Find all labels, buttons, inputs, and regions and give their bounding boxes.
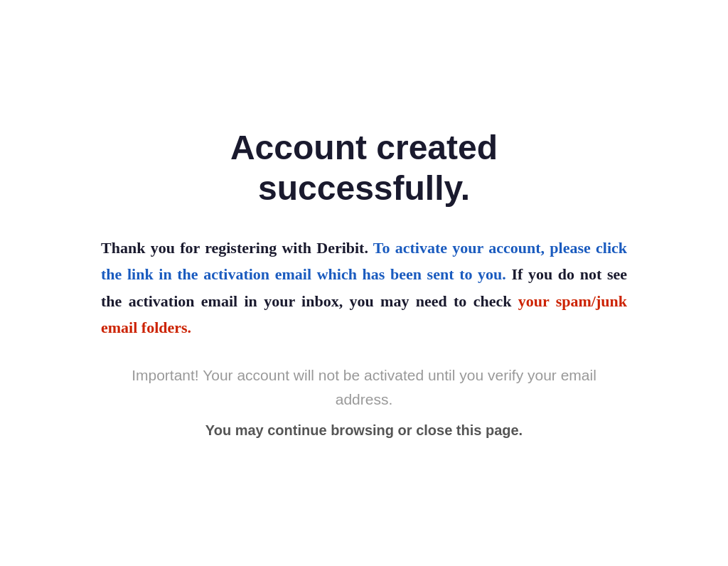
- title-line1: Account created: [230, 129, 498, 166]
- main-paragraph: Thank you for registering with Deribit. …: [101, 235, 627, 341]
- page-title: Account created successfully.: [101, 127, 627, 209]
- important-text: Important! Your account will not be acti…: [101, 363, 627, 411]
- title-line2: successfully.: [258, 169, 470, 207]
- main-container: Account created successfully. Thank you …: [58, 99, 670, 468]
- continue-text: You may continue browsing or close this …: [101, 422, 627, 439]
- text-part1: Thank you for registering with Deribit.: [101, 239, 373, 257]
